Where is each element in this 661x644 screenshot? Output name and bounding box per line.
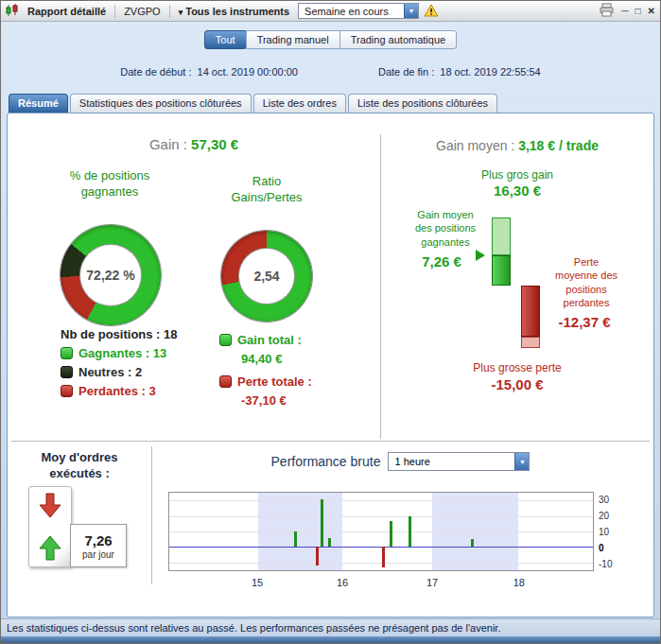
up-arrow-icon xyxy=(40,536,61,560)
tab-liste-positions[interactable]: Liste des positions clôturées xyxy=(348,94,497,113)
legend-winning: Gagnantes : 13 xyxy=(61,346,166,360)
performance-header: Performance brute 1 heure ▼ xyxy=(155,452,646,471)
meter-max-loss-bar xyxy=(521,337,540,348)
max-loss-value: -15,00 € xyxy=(382,376,652,392)
avg-loss-losing-label: Perte moyenne des positions perdantes xyxy=(552,255,620,309)
meter-avg-loss-bar xyxy=(521,286,540,337)
gain-value: 57,30 € xyxy=(191,136,238,152)
legend-perte-totale: Perte totale : xyxy=(219,374,312,389)
average-gain-header: Gain moyen : 3,18 € / trade xyxy=(382,138,652,153)
resume-panel: Gain : 57,30 € % de positions gagnantes … xyxy=(7,113,654,618)
dates-row: Date de début : 14 oct. 2019 00:00:00 Da… xyxy=(1,66,660,78)
end-date-value: 18 oct. 2019 22:55:54 xyxy=(440,66,540,78)
legend-losing-label: Perdantes : 3 xyxy=(78,384,156,398)
scope-tabs: Tout Trading manuel Trading automatique xyxy=(1,30,660,49)
nb-positions: Nb de positions : 18 xyxy=(61,327,178,341)
dark-swatch-icon xyxy=(61,366,73,378)
period-select-value: Semaine en cours xyxy=(299,6,404,17)
meter-avg-gain-bar xyxy=(492,255,511,286)
maximize-button[interactable]: □ xyxy=(635,6,641,16)
legend-winning-label: Gagnantes : 13 xyxy=(78,346,166,360)
all-instruments-label: Tous les instruments xyxy=(185,6,289,17)
orders-executed-title: Moy d'ordres exécutés : xyxy=(17,450,142,482)
tab-trading-manuel[interactable]: Trading manuel xyxy=(246,30,340,49)
divider xyxy=(169,5,170,18)
performance-plot xyxy=(168,492,594,571)
green-swatch-icon xyxy=(219,334,232,346)
avg-loss-losing-value: -12,37 € xyxy=(556,314,613,331)
average-gain-section: Gain moyen : 3,18 € / trade Plus gros ga… xyxy=(382,113,652,439)
divider xyxy=(114,5,115,18)
red-swatch-icon xyxy=(61,385,73,397)
legend-losing: Perdantes : 3 xyxy=(61,384,156,398)
minimize-button[interactable]: ─ xyxy=(621,6,628,16)
status-text: Les statistiques ci-dessus sont relative… xyxy=(7,622,500,634)
avg-gain-winning-label: Gain moyen des positions gagnantes xyxy=(410,208,480,249)
chevron-down-icon: ▾ xyxy=(179,8,183,17)
gain-label: Gain : xyxy=(149,136,187,152)
period-select[interactable]: Semaine en cours ▼ xyxy=(298,3,419,19)
down-arrow-icon xyxy=(40,494,61,517)
horizontal-divider xyxy=(11,441,650,442)
red-swatch-icon xyxy=(219,375,232,388)
pct-positions-title: % de positions gagnantes xyxy=(68,168,151,200)
interval-select[interactable]: 1 heure ▼ xyxy=(388,452,530,471)
performance-x-axis: 15161718 xyxy=(168,577,594,590)
chevron-down-icon: ▼ xyxy=(514,453,529,470)
orders-per-day-box: 7,26 par jour xyxy=(70,524,127,567)
performance-y-axis: 3020100-10 xyxy=(599,492,631,571)
green-swatch-icon xyxy=(61,347,73,359)
orders-per-day-unit: par jour xyxy=(82,549,114,560)
end-date-label: Date de fin : xyxy=(378,66,434,78)
gain-loss-ratio-donut: 2,54 xyxy=(221,231,312,322)
meter-max-gain-bar xyxy=(492,218,511,255)
start-date: Date de début : 14 oct. 2019 00:00:00 xyxy=(120,66,298,78)
legend-gain-total: Gain total : xyxy=(219,333,302,347)
performance-title: Performance brute xyxy=(271,454,381,469)
status-bar: Les statistiques ci-dessus sont relative… xyxy=(1,618,660,636)
gain-total-value: 94,40 € xyxy=(241,352,282,366)
max-gain-label: Plus gros gain xyxy=(382,168,652,182)
ratio-title: Ratio Gains/Pertes xyxy=(224,174,309,206)
winning-positions-donut: 72,22 % xyxy=(61,225,161,325)
gain-loss-ratio-value: 2,54 xyxy=(239,249,294,304)
titlebar: Rapport détaillé ZVGPO ▾ Tous les instru… xyxy=(1,1,660,22)
start-date-value: 14 oct. 2019 00:00:00 xyxy=(198,66,298,78)
tab-tout[interactable]: Tout xyxy=(204,30,247,49)
main-tabstrip: Résumé Statistiques des positions clôtur… xyxy=(7,94,654,113)
instrument-button[interactable]: ZVGPO xyxy=(120,5,165,18)
tab-liste-ordres[interactable]: Liste des ordres xyxy=(253,94,346,113)
tab-resume[interactable]: Résumé xyxy=(9,94,68,113)
average-gain-value: 3,18 € / trade xyxy=(518,138,599,153)
gain-header: Gain : 57,30 € xyxy=(8,136,380,152)
start-date-label: Date de début : xyxy=(120,66,191,78)
orders-arrows-note xyxy=(28,486,72,567)
all-instruments-button[interactable]: ▾ Tous les instruments xyxy=(175,5,293,18)
main-panel: Résumé Statistiques des positions clôtur… xyxy=(7,94,654,618)
avg-gain-winning-value: 7,26 € xyxy=(403,253,480,270)
interval-select-value: 1 heure xyxy=(389,456,514,467)
gain-total-label: Gain total : xyxy=(237,333,302,347)
close-button[interactable]: ✕ xyxy=(648,6,655,16)
orders-per-day-value: 7,26 xyxy=(84,532,112,548)
report-title: Rapport détaillé xyxy=(24,5,110,18)
chevron-down-icon: ▼ xyxy=(404,4,418,18)
perte-totale-label: Perte totale : xyxy=(237,374,312,389)
max-gain-value: 16,30 € xyxy=(382,183,652,199)
vertical-divider xyxy=(151,446,152,584)
vertical-divider xyxy=(380,134,381,439)
max-loss-label: Plus grosse perte xyxy=(382,361,652,374)
bottom-strip xyxy=(1,636,660,643)
report-window: Rapport détaillé ZVGPO ▾ Tous les instru… xyxy=(0,0,661,644)
tab-trading-automatique[interactable]: Trading automatique xyxy=(339,30,458,49)
legend-neutral-label: Neutres : 2 xyxy=(78,365,142,379)
legend-neutral: Neutres : 2 xyxy=(61,365,142,379)
average-gain-label: Gain moyen : xyxy=(436,138,514,153)
end-date: Date de fin : 18 oct. 2019 22:55:54 xyxy=(378,66,541,78)
perte-totale-value: -37,10 € xyxy=(241,393,287,408)
print-button[interactable] xyxy=(599,3,615,19)
window-controls: ─ □ ✕ xyxy=(599,3,655,19)
tab-statistiques[interactable]: Statistiques des positions clôturées xyxy=(70,94,252,113)
warning-icon[interactable] xyxy=(424,4,439,19)
candlestick-chart-icon xyxy=(6,4,19,19)
